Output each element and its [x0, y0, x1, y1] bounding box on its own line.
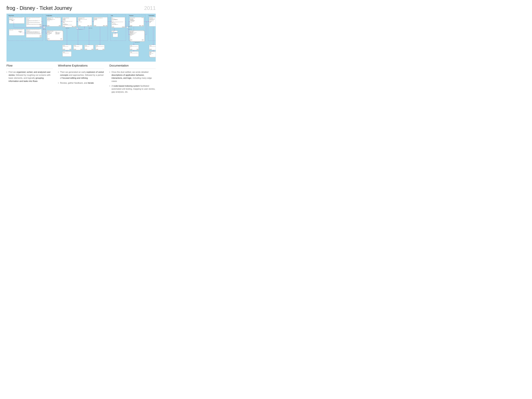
wf-cart-summary: Cart Summary — [113, 33, 118, 37]
wf-title: "Helper" — [150, 52, 156, 53]
wf-title: Cart — [112, 18, 125, 18]
wf-entry-row2a: Global Nav – MYD : Lorem | Ipsum | dolor… — [9, 29, 25, 36]
wf-helper-1: "Helper" about Friends & Family etc. Can… — [63, 45, 71, 50]
wf-title: "Helper" — [130, 45, 138, 46]
wf-cart: Cart Items in Cart Item 1 QTY [Edit] [Re… — [111, 17, 125, 28]
wf-helper-checkout: "Helper" confirm information, instructio… — [130, 45, 139, 50]
wf-helper-checkout2: "Helper" describe how each enter info & … — [130, 51, 139, 56]
flow-diagram: Entry Points Configuration Cart Checkout… — [6, 14, 156, 62]
label-signed-yes: Signed In = Yes — [43, 25, 46, 26]
label-combine: Combine Steps? — [65, 28, 70, 28]
cta-button: CTA — [80, 49, 82, 50]
wf-title: Confirmation — [150, 18, 156, 18]
cancel-button: Cancel — [47, 25, 50, 26]
bullet: A node-based indexing system facilitated… — [109, 84, 156, 94]
wf-title: "Helper" — [150, 45, 156, 46]
assist-button: Assist — [139, 25, 141, 26]
label-customize: Customize = Yes — [78, 29, 82, 30]
back-button: Back — [103, 25, 105, 26]
page-header: frog - Disney - Ticket Journey 2011 — [6, 5, 156, 11]
cta-button: CTA — [74, 26, 76, 27]
cta-button: CTA — [59, 25, 60, 26]
cta-button: CTA — [90, 25, 92, 26]
cta-button: CTA — [142, 25, 144, 26]
bullet: Then we generated an early explosion of … — [58, 71, 104, 80]
wf-body: confirm information, instructions to fir… — [130, 46, 138, 47]
wf-helper-2: "Helper" re: expiration, benefits, etc. … — [73, 45, 82, 50]
wf-body: Customize Tickets Specify options for ea… — [78, 19, 91, 22]
lorem-text: Lorem ipsum dolor sit amet, consectetur … — [27, 20, 41, 21]
checkout-button: Checkout — [122, 27, 125, 27]
cta-button: CTA — [19, 32, 21, 32]
wf-body: about Friends & Family etc. — [63, 46, 71, 47]
wf-body: bring this data to kiosk confirmation et… — [150, 46, 156, 47]
quick-quote-box: Quick Quote: — [9, 19, 14, 20]
col-heading: Wireframe Explorations — [58, 64, 104, 67]
wf-title: Configure Tickets Step 1 — [47, 31, 62, 31]
wf-body: Ticket Options: Park Hopper Water Parks … — [63, 19, 76, 25]
cta-button: CTA — [102, 49, 104, 50]
wf-body: Purchase Summary Items / n Total Shippin… — [130, 31, 143, 36]
phase-label: Confirmation — [148, 15, 156, 16]
label-signed-no: Signed In = No — [128, 29, 132, 30]
cta-button: CTA — [60, 38, 62, 39]
cta-button: CTA — [106, 25, 107, 26]
wf-config-step1: Configure Tickets Step 1 Friends & Famil… — [47, 17, 61, 26]
phase-label: Configuration — [46, 15, 108, 16]
wf-confirmation: Confirmation Items Purchased / n Total S… — [149, 17, 156, 26]
back-button: Back — [72, 26, 74, 27]
wf-config-signin-step1: Configure Tickets Step 1 Ticket Details … — [47, 30, 63, 40]
wf-body: re: expiration, benefits, etc. — [74, 46, 82, 47]
cta-button: CTA — [12, 20, 13, 21]
wf-body: describe how each enter info & options — [130, 53, 138, 53]
cta-button: CTA — [91, 49, 93, 50]
wf-title: "Helper" — [63, 45, 71, 46]
cancel-button: Cancel — [74, 49, 76, 50]
description-columns: Flow First we organized, sorted, and ana… — [6, 64, 156, 95]
phase-label: Checkout — [129, 15, 145, 16]
lorem-text: Cras malesuada pellentesque turpis, eu d… — [27, 22, 41, 23]
lorem-text: Nulla rhoncus ipsum viverra mollis males… — [27, 24, 41, 25]
section: Ticket Dates: — [47, 21, 60, 21]
cancel-button: Cancel — [96, 49, 98, 50]
col-heading: Flow — [6, 64, 53, 67]
lorem-text: Nulla rhoncus ipsum viverra mollis males… — [27, 33, 41, 34]
wf-helper-3: "Helper" Special Event info etc. Cancel … — [84, 45, 94, 50]
wf-title: Configure Tickets Step 3 — [78, 18, 91, 18]
nav-bar: Global Nav – MYD : Lorem | Ipsum | dolor… — [27, 18, 41, 19]
bullet: Review, gather feedback, and iterate — [58, 81, 104, 84]
divider — [6, 69, 53, 69]
wf-cart-widget: Cart Widget — [111, 31, 118, 32]
col-heading: Documentation — [109, 64, 156, 67]
cancel-button: Cancel — [130, 25, 132, 26]
wf-body: Items in Cart Item 1 QTY [Edit] [Remove]… — [112, 19, 125, 25]
wf-title: "Helper" — [74, 45, 82, 46]
decision-checkout-signin — [126, 26, 128, 28]
wf-body: Items Purchased / n Total Shipping Optio… — [150, 19, 156, 23]
wf-entry-quickquote: Global Nav – MYD : Lorem | Ipsum | dolor… — [9, 17, 25, 24]
tag-button: Tag — [40, 35, 41, 36]
wf-title: "Helper" — [130, 52, 138, 53]
bullet: First we organized, sorted, and analyzed… — [6, 71, 53, 83]
wf-body: Special Event info etc. — [85, 46, 93, 47]
wf-helper-4: "Helper" confirm information, instructio… — [95, 45, 105, 50]
label-signed-welcome: Signed In (Welcome [User]) — [55, 18, 60, 18]
divider — [109, 69, 156, 69]
signin-body: Sign In: Benefits of signing in, i.e. Fr… — [56, 32, 61, 34]
phase-label: Cart — [111, 15, 126, 16]
wf-config-step2: Configure Tickets Step 2 Ticket Options:… — [63, 17, 76, 27]
label-multiple-steps: Multiple Steps (3–5?) — [135, 42, 140, 43]
wf-title: "Helper" — [85, 45, 93, 46]
cancel-button: Cancel — [150, 49, 152, 50]
label-signed-in: Signed In — [142, 18, 144, 18]
wf-checkout1: Purchase Summary Signed In Items / n Tot… — [130, 17, 144, 26]
divider — [58, 69, 104, 69]
wf-title: "Helper" — [63, 52, 71, 53]
cancel-button: Cancel — [63, 49, 65, 50]
cta-button: CTA — [40, 37, 41, 37]
wf-config-step3a: Configure Tickets Step 3 Customize Ticke… — [78, 17, 92, 26]
cancel-button: Cancel — [130, 40, 132, 40]
phase-label: Entry Points — [8, 15, 43, 16]
page-year: 2011 — [144, 5, 156, 11]
cancel-button: Cancel — [130, 49, 132, 50]
